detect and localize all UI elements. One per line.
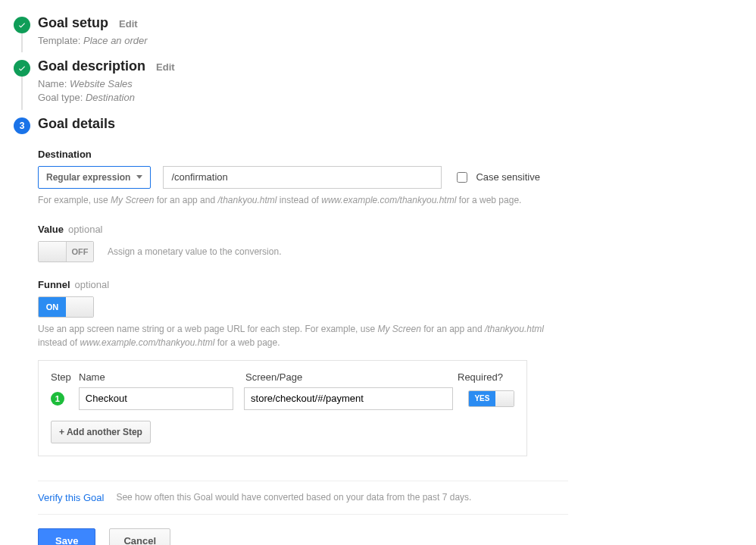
destination-helptext: For example, use My Screen for an app an… <box>38 193 742 207</box>
cancel-button[interactable]: Cancel <box>109 528 170 545</box>
step-required-toggle[interactable]: YES <box>468 390 514 407</box>
edit-description-link[interactable]: Edit <box>156 61 175 73</box>
step-name-input[interactable] <box>79 387 233 410</box>
destination-heading: Destination <box>38 149 742 160</box>
col-required: Required? <box>458 371 514 383</box>
check-icon <box>14 60 30 77</box>
destination-input[interactable] <box>163 166 442 189</box>
step-details-title: Goal details <box>38 116 115 132</box>
step-description-meta: Name: Website Sales Goal type: Destinati… <box>38 77 742 105</box>
add-step-button[interactable]: + Add another Step <box>51 421 151 443</box>
col-page: Screen/Page <box>245 371 458 383</box>
connector-line <box>21 33 23 52</box>
step-goal-details: 3 Goal details Destination Regular expre… <box>14 116 742 545</box>
toggle-yes-label: YES <box>469 391 496 406</box>
toggle-knob <box>495 391 514 406</box>
verify-hint: See how often this Goal would have conve… <box>116 492 471 503</box>
step-goal-setup: Goal setup Edit Template: Place an order <box>14 15 742 48</box>
funnel-heading: Funneloptional <box>38 279 742 290</box>
check-icon <box>14 17 30 33</box>
value-toggle[interactable]: OFF <box>38 241 94 262</box>
step-page-input[interactable] <box>244 387 453 410</box>
value-heading: Valueoptional <box>38 224 742 235</box>
match-type-label: Regular expression <box>46 172 130 183</box>
toggle-on-label: ON <box>39 297 66 317</box>
chevron-down-icon <box>136 175 142 179</box>
step-number-badge: 3 <box>14 117 30 134</box>
case-sensitive-checkbox[interactable]: Case sensitive <box>454 170 540 185</box>
funnel-step-row: 1 YES <box>51 387 514 410</box>
funnel-helptext: Use an app screen name string or a web p… <box>38 322 553 349</box>
verify-goal-link[interactable]: Verify this Goal <box>38 492 104 503</box>
step-number-icon: 1 <box>51 392 64 406</box>
col-name: Name <box>79 371 245 383</box>
funnel-steps-table: Step Name Screen/Page Required? 1 YES + … <box>38 360 527 456</box>
step-goal-description: Goal description Edit Name: Website Sale… <box>14 58 742 105</box>
save-button[interactable]: Save <box>38 528 95 545</box>
step-description-title: Goal description <box>38 58 145 74</box>
toggle-off-label: OFF <box>66 242 93 262</box>
step-setup-meta: Template: Place an order <box>38 34 742 48</box>
toggle-knob <box>39 242 66 262</box>
connector-line <box>21 77 23 109</box>
verify-row: Verify this Goal See how often this Goal… <box>38 481 568 515</box>
col-step: Step <box>51 371 79 383</box>
toggle-knob <box>66 297 93 317</box>
value-hint: Assign a monetary value to the conversio… <box>108 246 281 257</box>
edit-setup-link[interactable]: Edit <box>119 18 138 30</box>
funnel-toggle[interactable]: ON <box>38 296 94 318</box>
step-setup-title: Goal setup <box>38 15 108 31</box>
funnel-steps-header: Step Name Screen/Page Required? <box>51 371 514 383</box>
match-type-dropdown[interactable]: Regular expression <box>38 166 151 189</box>
